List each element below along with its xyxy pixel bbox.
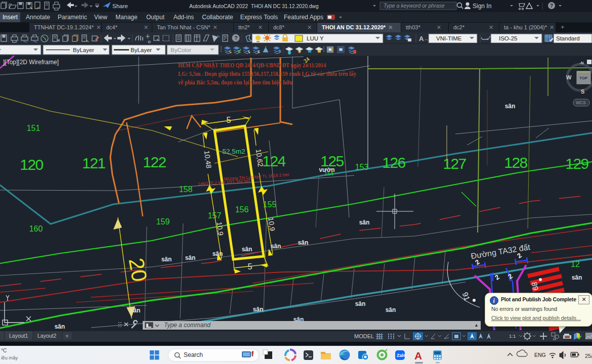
svg-text:TOP: TOP bbox=[579, 76, 588, 80]
svg-text:sân: sân bbox=[55, 323, 65, 330]
svg-text:Layout2: Layout2 bbox=[37, 333, 57, 339]
svg-text:157: 157 bbox=[208, 211, 222, 220]
svg-text:10,62: 10,62 bbox=[255, 149, 265, 167]
svg-text:sân: sân bbox=[271, 243, 281, 250]
svg-text:5: 5 bbox=[227, 116, 231, 124]
svg-text:20: 20 bbox=[124, 256, 151, 284]
svg-text:r: r bbox=[0, 47, 1, 53]
svg-text:1:1: 1:1 bbox=[509, 333, 516, 339]
svg-text:sân: sân bbox=[242, 246, 252, 253]
svg-text:sân: sân bbox=[355, 300, 366, 307]
svg-text:121: 121 bbox=[82, 155, 105, 171]
svg-text:5: 5 bbox=[248, 262, 252, 271]
svg-text:89: 89 bbox=[530, 281, 540, 291]
svg-text:128: 128 bbox=[504, 154, 527, 171]
svg-text:][Top][2D Wireframe]: ][Top][2D Wireframe] bbox=[3, 59, 59, 66]
svg-text:sân: sân bbox=[213, 250, 223, 257]
svg-text:THOI AN DC 31.12.2020.dwg: THOI AN DC 31.12.2020.dwg bbox=[251, 4, 319, 9]
svg-text:LG: 5,5m . Đoạn giáp thửa 155,: LG: 5,5m . Đoạn giáp thửa 155,156,157,15… bbox=[178, 70, 356, 77]
svg-text:122: 122 bbox=[143, 154, 166, 170]
svg-text:159: 159 bbox=[156, 217, 170, 226]
svg-text:sân: sân bbox=[185, 254, 196, 261]
svg-text:2: 2 bbox=[516, 251, 523, 259]
svg-text:ByColor: ByColor bbox=[171, 47, 191, 53]
svg-text:W: W bbox=[566, 74, 572, 80]
svg-text:52.5m2: 52.5m2 bbox=[222, 148, 245, 155]
svg-text:HẺM CẬP NHẬT THEO QĐ 2414/QĐ-U: HẺM CẬP NHẬT THEO QĐ 2414/QĐ-UBND-ĐT ngà… bbox=[178, 61, 326, 69]
svg-text:Search: Search bbox=[184, 351, 203, 358]
svg-text:Type a keyword or phrase: Type a keyword or phrase bbox=[384, 3, 445, 9]
svg-text:A: A bbox=[414, 350, 422, 361]
svg-text:sân: sân bbox=[505, 103, 516, 110]
svg-text:ByLayer: ByLayer bbox=[73, 47, 94, 53]
svg-text:151: 151 bbox=[27, 124, 40, 132]
svg-text:vườn: vườn bbox=[319, 166, 334, 173]
svg-text:S: S bbox=[581, 88, 584, 95]
svg-text:sân: sân bbox=[572, 274, 582, 281]
svg-text:Layout1: Layout1 bbox=[9, 333, 28, 339]
svg-text:124: 124 bbox=[262, 153, 285, 169]
svg-text:về phía Bắc 5,5m, đoạn còn lại: về phía Bắc 5,5m, đoạn còn lại theo tim … bbox=[178, 78, 292, 86]
svg-text:A: A bbox=[419, 35, 424, 42]
svg-text:160: 160 bbox=[29, 224, 43, 233]
svg-text:Autodesk AutoCAD 2022: Autodesk AutoCAD 2022 bbox=[189, 3, 248, 9]
svg-text:10,48: 10,48 bbox=[203, 150, 213, 169]
svg-text:WCS: WCS bbox=[576, 100, 586, 105]
svg-text:10,9: 10,9 bbox=[215, 221, 225, 236]
svg-text:155: 155 bbox=[263, 200, 277, 209]
svg-text:sân: sân bbox=[130, 307, 141, 314]
svg-text:ENG: ENG bbox=[534, 352, 546, 358]
svg-text:sân: sân bbox=[359, 219, 370, 226]
svg-text:2: 2 bbox=[493, 273, 501, 281]
svg-text:91: 91 bbox=[461, 291, 472, 301]
svg-text:°C: °C bbox=[1, 348, 7, 353]
svg-text:129: 129 bbox=[565, 155, 588, 172]
svg-text:10,9: 10,9 bbox=[267, 217, 276, 232]
svg-text:MODEL: MODEL bbox=[354, 333, 374, 339]
svg-text:120: 120 bbox=[20, 156, 43, 173]
svg-text:158: 158 bbox=[179, 185, 193, 194]
svg-text:LUU Y: LUU Y bbox=[307, 35, 324, 41]
svg-text:-N: -N bbox=[579, 61, 584, 65]
svg-text:sân: sân bbox=[386, 306, 396, 313]
svg-text:sân: sân bbox=[253, 306, 264, 313]
svg-text:153: 153 bbox=[355, 163, 369, 171]
svg-text:sân: sân bbox=[161, 256, 172, 263]
svg-text:2: 2 bbox=[506, 272, 514, 280]
svg-text:?: ? bbox=[234, 35, 238, 41]
svg-text:Zalo: Zalo bbox=[397, 353, 406, 358]
svg-text:156: 156 bbox=[235, 205, 249, 214]
svg-text:12: 12 bbox=[571, 260, 580, 268]
svg-text:127: 127 bbox=[443, 155, 466, 172]
svg-text:Share: Share bbox=[112, 3, 128, 9]
svg-text:+: + bbox=[65, 333, 69, 340]
svg-text:ISO-25: ISO-25 bbox=[499, 35, 517, 41]
svg-text:Standard: Standard bbox=[556, 35, 580, 41]
svg-text:ByLayer: ByLayer bbox=[131, 47, 152, 53]
svg-text:iều mây: iều mây bbox=[1, 355, 18, 360]
svg-text:126: 126 bbox=[382, 154, 405, 171]
svg-text:sân: sân bbox=[298, 239, 309, 246]
svg-text:25/: 25/ bbox=[585, 353, 592, 359]
svg-text:Sign In: Sign In bbox=[473, 3, 491, 10]
svg-text:VNI-TIME: VNI-TIME bbox=[436, 35, 462, 41]
svg-text:?: ? bbox=[550, 3, 553, 9]
